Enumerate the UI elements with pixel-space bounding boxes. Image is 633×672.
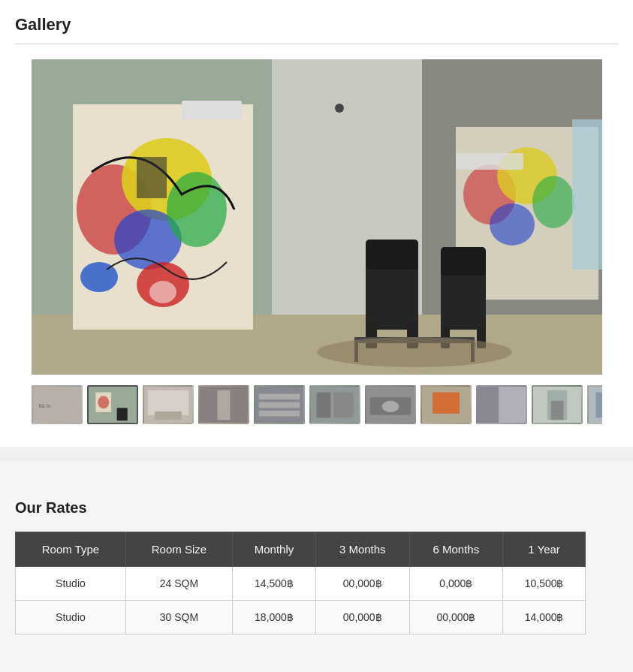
- thumbnail-2[interactable]: [87, 385, 138, 424]
- table-row: Studio 24 SQM 14,500฿ 00,000฿ 0,000฿ 10,…: [16, 567, 586, 601]
- cell-room-type-1: Studio: [16, 567, 126, 601]
- svg-rect-39: [116, 408, 127, 420]
- main-gallery-image: [32, 59, 602, 375]
- cell-monthly-1: 14,500฿: [233, 567, 316, 601]
- table-header-row: Room Type Room Size Monthly 3 Months 6 M…: [16, 532, 586, 567]
- cell-monthly-2: 18,000฿: [233, 601, 316, 634]
- svg-rect-23: [441, 247, 486, 276]
- svg-rect-49: [258, 411, 300, 417]
- svg-point-33: [335, 104, 344, 113]
- svg-rect-48: [258, 402, 300, 408]
- svg-rect-61: [499, 387, 526, 423]
- rates-title: Our Rates: [15, 499, 618, 517]
- cell-3months-2: 00,000฿: [315, 601, 409, 634]
- header-3months: 3 Months: [315, 532, 409, 567]
- header-6months: 6 Months: [409, 532, 503, 567]
- cell-room-size-1: 24 SQM: [125, 567, 232, 601]
- svg-rect-30: [182, 101, 242, 119]
- cell-6months-2: 00,000฿: [409, 601, 503, 634]
- svg-rect-47: [258, 393, 300, 399]
- thumbnail-11[interactable]: [587, 385, 602, 424]
- svg-rect-31: [456, 153, 523, 170]
- thumbnail-3[interactable]: [143, 385, 194, 424]
- thumbnail-8[interactable]: [420, 385, 472, 424]
- section-separator: [0, 447, 633, 462]
- rates-table: Room Type Room Size Monthly 3 Months 6 M…: [15, 532, 586, 634]
- gallery-title: Gallery: [15, 15, 618, 44]
- svg-rect-32: [572, 119, 602, 270]
- thumbnails-strip: ltd in: [32, 385, 602, 424]
- cell-6months-1: 0,000฿: [409, 567, 503, 601]
- svg-rect-51: [316, 393, 330, 418]
- svg-rect-60: [478, 387, 499, 423]
- table-row: Studio 30 SQM 18,000฿ 00,000฿ 00,000฿ 14…: [16, 601, 586, 634]
- svg-point-55: [381, 401, 399, 412]
- svg-rect-18: [366, 262, 418, 330]
- main-image-container: [32, 59, 602, 375]
- cell-1year-2: 14,000฿: [503, 601, 586, 634]
- cell-3months-1: 00,000฿: [315, 567, 409, 601]
- thumbnail-1[interactable]: ltd in: [32, 385, 83, 424]
- thumbnail-6[interactable]: [309, 385, 360, 424]
- header-1year: 1 Year: [503, 532, 586, 567]
- svg-point-17: [532, 176, 574, 228]
- svg-rect-19: [366, 240, 418, 270]
- thumbnail-7[interactable]: [365, 385, 416, 424]
- svg-rect-22: [441, 270, 486, 330]
- gallery-section: Gallery: [0, 0, 633, 447]
- svg-point-8: [167, 172, 227, 247]
- header-room-size: Room Size: [125, 532, 232, 567]
- header-room-type: Room Type: [16, 532, 126, 567]
- svg-rect-64: [550, 401, 563, 420]
- svg-rect-41: [147, 390, 188, 415]
- cell-room-type-2: Studio: [16, 601, 126, 634]
- header-monthly: Monthly: [233, 532, 316, 567]
- svg-rect-42: [155, 411, 182, 420]
- svg-rect-45: [217, 390, 230, 420]
- svg-rect-52: [333, 393, 353, 418]
- svg-point-38: [98, 396, 109, 408]
- svg-rect-11: [137, 157, 167, 198]
- thumbnail-10[interactable]: [532, 385, 583, 424]
- thumbnail-4[interactable]: [198, 385, 249, 424]
- svg-rect-66: [595, 393, 602, 418]
- svg-point-12: [149, 281, 176, 303]
- thumbnail-9[interactable]: [476, 385, 527, 424]
- svg-point-16: [490, 203, 535, 246]
- rates-section: Our Rates Room Type Room Size Monthly 3 …: [0, 477, 633, 657]
- svg-text:ltd in: ltd in: [38, 402, 50, 409]
- thumbnail-5[interactable]: [254, 385, 305, 424]
- cell-1year-1: 10,500฿: [503, 567, 586, 601]
- svg-rect-58: [433, 393, 460, 414]
- cell-room-size-2: 30 SQM: [125, 601, 232, 634]
- svg-point-29: [317, 337, 512, 367]
